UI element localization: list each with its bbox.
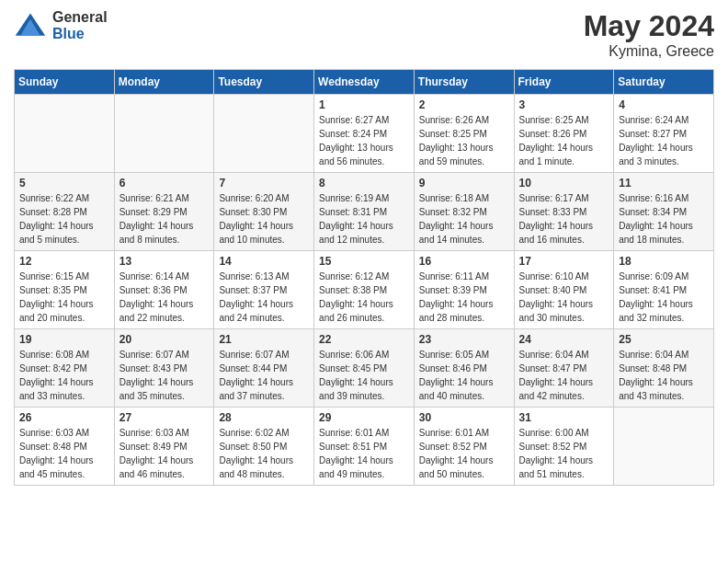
day-info: Sunrise: 6:00 AMSunset: 8:52 PMDaylight:…	[519, 426, 609, 481]
calendar-cell: 8Sunrise: 6:19 AMSunset: 8:31 PMDaylight…	[314, 173, 415, 251]
day-number: 27	[119, 411, 210, 424]
header-row: Sunday Monday Tuesday Wednesday Thursday…	[15, 70, 714, 95]
title-block: May 2024 Kymina, Greece	[584, 9, 714, 60]
calendar-cell: 25Sunrise: 6:04 AMSunset: 8:48 PMDayligh…	[614, 329, 714, 408]
day-number: 24	[519, 333, 609, 346]
day-number: 2	[419, 98, 509, 111]
calendar-cell: 2Sunrise: 6:26 AMSunset: 8:25 PMDaylight…	[414, 95, 514, 173]
calendar-cell	[214, 95, 314, 173]
calendar-header: Sunday Monday Tuesday Wednesday Thursday…	[15, 70, 714, 95]
calendar-cell: 24Sunrise: 6:04 AMSunset: 8:47 PMDayligh…	[514, 329, 614, 408]
day-number: 8	[319, 177, 409, 190]
header-sunday: Sunday	[15, 70, 115, 95]
day-info: Sunrise: 6:08 AMSunset: 8:42 PMDaylight:…	[19, 348, 109, 403]
day-info: Sunrise: 6:12 AMSunset: 8:38 PMDaylight:…	[319, 270, 409, 325]
day-info: Sunrise: 6:04 AMSunset: 8:48 PMDaylight:…	[619, 348, 709, 403]
calendar-cell: 19Sunrise: 6:08 AMSunset: 8:42 PMDayligh…	[15, 329, 115, 408]
day-info: Sunrise: 6:25 AMSunset: 8:26 PMDaylight:…	[519, 113, 609, 168]
day-info: Sunrise: 6:16 AMSunset: 8:34 PMDaylight:…	[619, 191, 709, 247]
calendar-body: 1Sunrise: 6:27 AMSunset: 8:24 PMDaylight…	[15, 95, 714, 486]
day-number: 23	[419, 333, 509, 346]
logo-text: General Blue	[52, 9, 108, 41]
calendar-cell: 3Sunrise: 6:25 AMSunset: 8:26 PMDaylight…	[514, 95, 614, 173]
calendar-cell: 26Sunrise: 6:03 AMSunset: 8:48 PMDayligh…	[15, 408, 115, 486]
day-info: Sunrise: 6:03 AMSunset: 8:49 PMDaylight:…	[119, 426, 210, 481]
day-info: Sunrise: 6:21 AMSunset: 8:29 PMDaylight:…	[119, 191, 210, 247]
day-number: 14	[219, 255, 309, 268]
day-info: Sunrise: 6:03 AMSunset: 8:48 PMDaylight:…	[19, 426, 109, 481]
calendar-cell: 12Sunrise: 6:15 AMSunset: 8:35 PMDayligh…	[15, 251, 115, 329]
day-info: Sunrise: 6:17 AMSunset: 8:33 PMDaylight:…	[519, 191, 609, 247]
calendar-cell: 13Sunrise: 6:14 AMSunset: 8:36 PMDayligh…	[114, 251, 214, 329]
day-number: 19	[19, 333, 109, 346]
day-number: 20	[119, 333, 210, 346]
logo-blue-text: Blue	[52, 26, 108, 42]
day-number: 10	[519, 177, 609, 190]
day-number: 3	[519, 98, 609, 111]
day-number: 31	[519, 411, 609, 424]
logo-icon	[14, 9, 47, 42]
day-number: 6	[119, 177, 210, 190]
calendar-cell	[15, 95, 115, 173]
calendar-cell: 5Sunrise: 6:22 AMSunset: 8:28 PMDaylight…	[15, 173, 115, 251]
day-info: Sunrise: 6:24 AMSunset: 8:27 PMDaylight:…	[619, 113, 709, 168]
header-tuesday: Tuesday	[214, 70, 314, 95]
day-number: 30	[419, 411, 509, 424]
calendar-cell: 23Sunrise: 6:05 AMSunset: 8:46 PMDayligh…	[414, 329, 514, 408]
day-number: 22	[319, 333, 409, 346]
calendar-week-row: 1Sunrise: 6:27 AMSunset: 8:24 PMDaylight…	[15, 95, 714, 173]
header-friday: Friday	[514, 70, 614, 95]
day-info: Sunrise: 6:19 AMSunset: 8:31 PMDaylight:…	[319, 191, 409, 247]
calendar-cell: 4Sunrise: 6:24 AMSunset: 8:27 PMDaylight…	[614, 95, 714, 173]
month-year-title: May 2024	[584, 9, 714, 43]
calendar-cell	[114, 95, 214, 173]
calendar-week-row: 12Sunrise: 6:15 AMSunset: 8:35 PMDayligh…	[15, 251, 714, 329]
calendar-cell: 16Sunrise: 6:11 AMSunset: 8:39 PMDayligh…	[414, 251, 514, 329]
calendar-cell: 14Sunrise: 6:13 AMSunset: 8:37 PMDayligh…	[214, 251, 314, 329]
calendar-cell: 31Sunrise: 6:00 AMSunset: 8:52 PMDayligh…	[514, 408, 614, 486]
day-number: 26	[19, 411, 109, 424]
calendar-week-row: 5Sunrise: 6:22 AMSunset: 8:28 PMDaylight…	[15, 173, 714, 251]
logo: General Blue	[14, 9, 108, 42]
page-header: General Blue May 2024 Kymina, Greece	[14, 9, 714, 60]
day-number: 28	[219, 411, 309, 424]
day-info: Sunrise: 6:01 AMSunset: 8:51 PMDaylight:…	[319, 426, 409, 481]
day-info: Sunrise: 6:05 AMSunset: 8:46 PMDaylight:…	[419, 348, 509, 403]
logo-general-text: General	[52, 9, 108, 26]
calendar-week-row: 19Sunrise: 6:08 AMSunset: 8:42 PMDayligh…	[15, 329, 714, 408]
day-info: Sunrise: 6:13 AMSunset: 8:37 PMDaylight:…	[219, 270, 309, 325]
day-info: Sunrise: 6:01 AMSunset: 8:52 PMDaylight:…	[419, 426, 509, 481]
day-info: Sunrise: 6:07 AMSunset: 8:44 PMDaylight:…	[219, 348, 309, 403]
day-number: 9	[419, 177, 509, 190]
day-info: Sunrise: 6:11 AMSunset: 8:39 PMDaylight:…	[419, 270, 509, 325]
location-subtitle: Kymina, Greece	[584, 43, 714, 60]
calendar-cell: 7Sunrise: 6:20 AMSunset: 8:30 PMDaylight…	[214, 173, 314, 251]
day-info: Sunrise: 6:26 AMSunset: 8:25 PMDaylight:…	[419, 113, 509, 168]
header-monday: Monday	[114, 70, 214, 95]
calendar-cell: 30Sunrise: 6:01 AMSunset: 8:52 PMDayligh…	[414, 408, 514, 486]
day-info: Sunrise: 6:09 AMSunset: 8:41 PMDaylight:…	[619, 270, 709, 325]
calendar-cell: 22Sunrise: 6:06 AMSunset: 8:45 PMDayligh…	[314, 329, 415, 408]
day-number: 21	[219, 333, 309, 346]
calendar-cell: 21Sunrise: 6:07 AMSunset: 8:44 PMDayligh…	[214, 329, 314, 408]
calendar-cell: 10Sunrise: 6:17 AMSunset: 8:33 PMDayligh…	[514, 173, 614, 251]
day-info: Sunrise: 6:10 AMSunset: 8:40 PMDaylight:…	[519, 270, 609, 325]
day-number: 5	[19, 177, 109, 190]
day-info: Sunrise: 6:06 AMSunset: 8:45 PMDaylight:…	[319, 348, 409, 403]
header-thursday: Thursday	[414, 70, 514, 95]
day-number: 12	[19, 255, 109, 268]
calendar-cell: 9Sunrise: 6:18 AMSunset: 8:32 PMDaylight…	[414, 173, 514, 251]
calendar-cell: 29Sunrise: 6:01 AMSunset: 8:51 PMDayligh…	[314, 408, 415, 486]
calendar-cell: 28Sunrise: 6:02 AMSunset: 8:50 PMDayligh…	[214, 408, 314, 486]
day-number: 29	[319, 411, 409, 424]
calendar-cell: 20Sunrise: 6:07 AMSunset: 8:43 PMDayligh…	[114, 329, 214, 408]
day-info: Sunrise: 6:15 AMSunset: 8:35 PMDaylight:…	[19, 270, 109, 325]
day-number: 16	[419, 255, 509, 268]
day-number: 7	[219, 177, 309, 190]
day-info: Sunrise: 6:22 AMSunset: 8:28 PMDaylight:…	[19, 191, 109, 247]
calendar-cell: 1Sunrise: 6:27 AMSunset: 8:24 PMDaylight…	[314, 95, 415, 173]
header-saturday: Saturday	[614, 70, 714, 95]
day-info: Sunrise: 6:27 AMSunset: 8:24 PMDaylight:…	[319, 113, 409, 168]
calendar-cell: 11Sunrise: 6:16 AMSunset: 8:34 PMDayligh…	[614, 173, 714, 251]
day-info: Sunrise: 6:14 AMSunset: 8:36 PMDaylight:…	[119, 270, 210, 325]
